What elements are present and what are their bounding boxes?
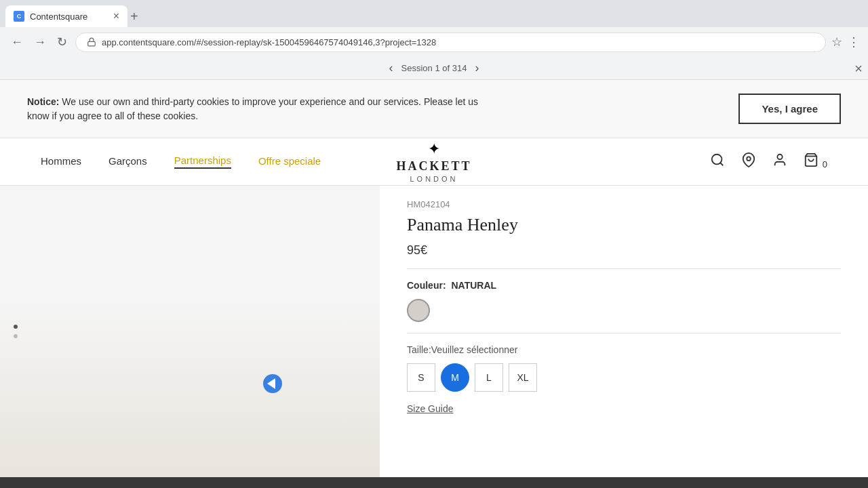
tab-favicon: C xyxy=(14,11,24,22)
account-icon xyxy=(772,152,787,167)
logo-crown-icon: ✦ xyxy=(428,140,440,158)
size-guide-link[interactable]: Size Guide xyxy=(407,403,453,414)
product-details: HM042104 Panama Henley 95€ Couleur: NATU… xyxy=(380,186,868,477)
product-name: Panama Henley xyxy=(407,215,841,235)
session-nav-bar: ‹ Session 1 of 314 › × xyxy=(0,57,868,80)
nav-offre[interactable]: Offre speciale xyxy=(258,155,321,168)
search-icon xyxy=(710,152,725,167)
dot-2[interactable] xyxy=(14,334,18,338)
agree-btn[interactable]: Yes, I agree xyxy=(738,94,841,124)
lock-icon xyxy=(87,37,96,47)
next-session-btn[interactable]: › xyxy=(475,61,479,75)
tab-bar: C Contentsquare × + xyxy=(0,0,868,27)
subtitle-banner: et nous aide à comprendre comment nos ut… xyxy=(0,477,868,488)
main-content: HM042104 Panama Henley 95€ Couleur: NATU… xyxy=(0,186,868,477)
back-btn[interactable]: ← xyxy=(8,33,26,52)
main-nav: Hommes Garçons Partnerships Offre specia… xyxy=(41,155,710,169)
active-tab[interactable]: C Contentsquare × xyxy=(5,5,127,27)
nav-header: Hommes Garçons Partnerships Offre specia… xyxy=(0,138,868,186)
session-counter: Session 1 of 314 xyxy=(401,63,467,73)
tab-close-btn[interactable]: × xyxy=(113,10,119,22)
svg-rect-0 xyxy=(88,41,96,45)
product-price: 95€ xyxy=(407,243,841,258)
size-l-btn[interactable]: L xyxy=(475,363,503,392)
couleur-label: Couleur: NATURAL xyxy=(407,280,841,291)
size-options: S M L XL xyxy=(407,363,841,392)
size-label: Taille:Veuillez sélectionner xyxy=(407,344,841,355)
svg-point-3 xyxy=(778,155,783,159)
prev-session-btn[interactable]: ‹ xyxy=(389,61,393,75)
extensions-btn[interactable]: ⋮ xyxy=(848,35,860,49)
cursor-circle xyxy=(263,374,282,393)
cart-btn[interactable]: 0 xyxy=(804,152,827,171)
cookie-text: Notice: We use our own and third-party c… xyxy=(27,95,502,123)
size-s-btn[interactable]: S xyxy=(407,363,435,392)
product-image-area xyxy=(0,186,380,477)
product-sku: HM042104 xyxy=(407,199,841,209)
color-swatch-natural[interactable] xyxy=(407,299,430,322)
cursor-arrow-icon xyxy=(267,378,275,389)
cart-count: 0 xyxy=(823,159,827,169)
product-image-bg xyxy=(0,302,380,477)
location-btn[interactable] xyxy=(741,152,756,171)
account-btn[interactable] xyxy=(772,152,787,171)
search-btn[interactable] xyxy=(710,152,725,171)
svg-point-1 xyxy=(712,155,722,165)
size-xl-btn[interactable]: XL xyxy=(509,363,537,392)
cart-icon xyxy=(804,152,818,167)
tab-label: Contentsquare xyxy=(30,12,87,22)
dot-1[interactable] xyxy=(14,325,18,329)
url-display: app.contentsquare.com/#/session-replay/s… xyxy=(102,37,436,47)
cursor-container xyxy=(263,374,285,396)
cookie-banner: Notice: We use our own and third-party c… xyxy=(0,80,868,138)
reload-btn[interactable]: ↻ xyxy=(54,32,70,52)
nav-icon-group: 0 xyxy=(710,152,827,171)
address-bar: ← → ↻ app.contentsquare.com/#/session-re… xyxy=(0,27,868,57)
image-dots xyxy=(14,325,18,338)
product-divider-2 xyxy=(407,333,841,333)
url-bar[interactable]: app.contentsquare.com/#/session-replay/s… xyxy=(75,33,826,52)
logo-text-main: HACKETT xyxy=(396,159,471,174)
forward-btn[interactable]: → xyxy=(31,33,49,52)
nav-partnerships[interactable]: Partnerships xyxy=(174,155,231,169)
site-logo[interactable]: ✦ HACKETT LONDON xyxy=(396,140,471,183)
location-icon xyxy=(741,152,756,167)
close-panel-btn[interactable]: × xyxy=(854,60,863,76)
cursor-indicator xyxy=(263,374,285,396)
nav-hommes[interactable]: Hommes xyxy=(41,155,81,168)
product-divider xyxy=(407,268,841,269)
bookmark-btn[interactable]: ☆ xyxy=(831,35,842,49)
logo-text-sub: LONDON xyxy=(410,175,458,183)
browser-chrome: C Contentsquare × + ← → ↻ app.contentsqu… xyxy=(0,0,868,57)
svg-point-2 xyxy=(747,157,751,161)
size-m-btn[interactable]: M xyxy=(441,363,469,392)
new-tab-btn[interactable]: + xyxy=(130,9,138,24)
nav-garcons[interactable]: Garçons xyxy=(108,155,147,168)
